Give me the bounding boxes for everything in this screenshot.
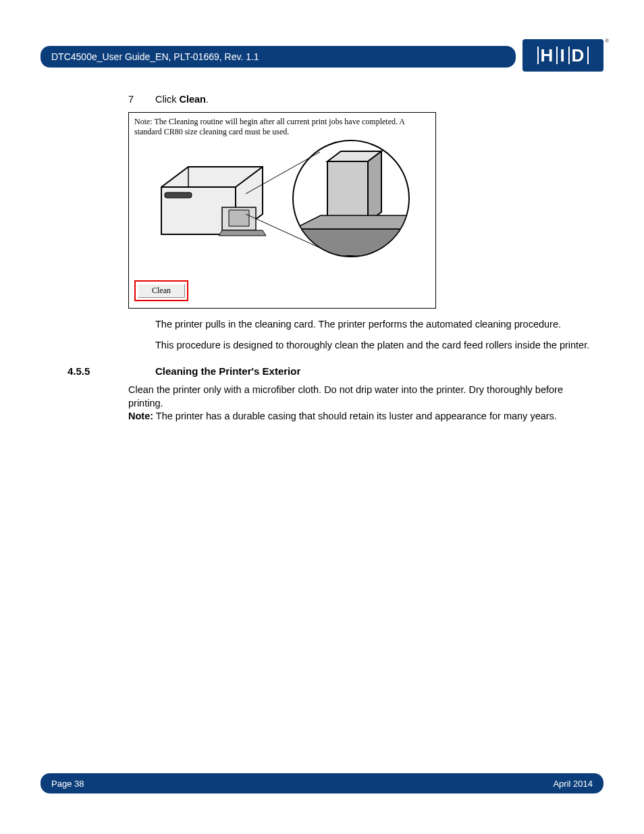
printer-illustration [134, 140, 430, 272]
callout-lines-icon [134, 140, 431, 272]
dialog-note-text: Note: The Cleaning routine will begin af… [129, 113, 435, 140]
header-title: DTC4500e_User Guide_EN, PLT-01669, Rev. … [51, 51, 259, 62]
footer-page: Page 38 [51, 779, 84, 789]
note-label: Note: [128, 411, 153, 421]
body-paragraph-2: This procedure is designed to thoroughly… [155, 339, 597, 353]
registered-mark: ® [605, 38, 609, 44]
content-area: 7 Click Clean. Note: The Cleaning routin… [41, 93, 603, 423]
footer-date: April 2014 [553, 779, 593, 789]
clean-button[interactable]: Clean [138, 284, 185, 298]
step-bold: Clean [179, 94, 206, 105]
hid-logo: HID ® [522, 39, 603, 72]
section-heading: 4.5.5 Cleaning the Printer's Exterior [41, 365, 597, 378]
document-page: DTC4500e_User Guide_EN, PLT-01669, Rev. … [0, 0, 644, 834]
note-text: The printer has a durable casing that sh… [153, 411, 557, 421]
svg-line-5 [246, 214, 320, 248]
step-text: Click Clean. [155, 93, 209, 107]
step-number: 7 [128, 93, 155, 107]
section-title: Cleaning the Printer's Exterior [155, 365, 300, 378]
body-paragraph-1: The printer pulls in the cleaning card. … [155, 318, 597, 332]
clean-button-row: Clean [129, 276, 435, 308]
svg-line-4 [246, 152, 320, 194]
page-footer: Page 38 April 2014 [41, 773, 603, 793]
step-7: 7 Click Clean. [128, 93, 597, 107]
section-number: 4.5.5 [41, 365, 155, 378]
section-body: Clean the printer only with a microfiber… [41, 384, 597, 423]
section-paragraph: Clean the printer only with a microfiber… [128, 384, 563, 409]
header-title-bar: DTC4500e_User Guide_EN, PLT-01669, Rev. … [41, 46, 516, 68]
page-header: DTC4500e_User Guide_EN, PLT-01669, Rev. … [41, 41, 603, 73]
cleaning-dialog-screenshot: Note: The Cleaning routine will begin af… [128, 112, 436, 309]
hid-logo-text: HID [535, 45, 591, 66]
clean-button-highlight: Clean [134, 280, 188, 301]
